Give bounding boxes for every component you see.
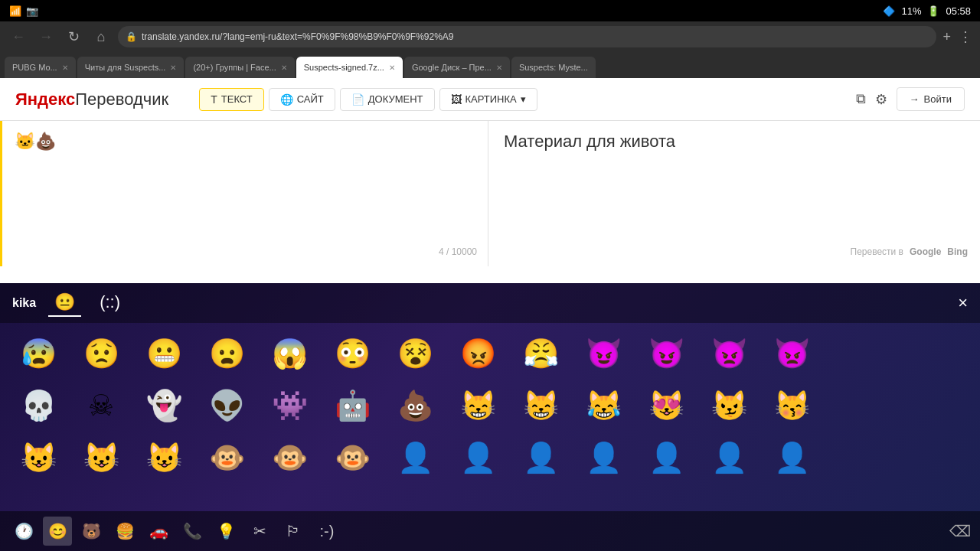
emoji-category-button[interactable]: 😊 (43, 517, 72, 546)
emoji-cat-tears[interactable]: 😹 (576, 383, 631, 429)
refresh-button[interactable]: ↻ (63, 28, 84, 45)
emoji-screaming[interactable]: 😱 (262, 331, 317, 377)
emoji-person-1[interactable]: 👤 (387, 435, 443, 481)
tab-4[interactable]: Google Диск – Пре... ✕ (404, 57, 510, 78)
tab-label: Suspects-signed.7z... (304, 63, 384, 72)
settings-button[interactable]: ⚙ (875, 91, 887, 108)
emoji-anguished[interactable]: 😦 (199, 331, 254, 377)
emoji-alien[interactable]: 👽 (199, 383, 254, 429)
tab-close-0[interactable]: ✕ (62, 64, 68, 72)
tab-0[interactable]: PUBG Mo... ✕ (5, 57, 76, 78)
address-bar[interactable]: 🔒 translate.yandex.ru/?lang=emj-ru&text=… (118, 26, 936, 47)
emoji-worried[interactable]: 😟 (74, 331, 129, 377)
emoji-nauseated[interactable]: 😰 (11, 331, 66, 377)
translate-via-label: Перевести в (851, 246, 903, 257)
food-button[interactable]: 🍔 (110, 517, 139, 546)
kaomoji-button[interactable]: :-) (312, 517, 341, 546)
tab-close-1[interactable]: ✕ (170, 64, 176, 72)
emoji-cat-ear-1[interactable]: 😺 (11, 435, 66, 481)
emoji-row-2: 💀 ☠ 👻 👽 👾 🤖 💩 😸 😸 😹 😻 😼 😽 (11, 383, 969, 429)
emoji-cat-grinning[interactable]: 😸 (450, 383, 505, 429)
nav-text[interactable]: T ТЕКСТ (199, 88, 264, 111)
login-button[interactable]: → Войти (897, 87, 965, 111)
kika-header: kika 😐 (::) × (0, 283, 980, 323)
emoji-row-1: 😰 😟 😬 😦 😱 😳 😵 😡 😤 😈 😈 👿 👿 (11, 331, 969, 377)
nav-image[interactable]: 🖼 КАРТИНКА ▾ (439, 88, 537, 111)
kika-keyboard: kika 😐 (::) × 😰 😟 😬 😦 😱 😳 😵 😡 😤 😈 😈 👿 👿 … (0, 283, 980, 551)
activities-button[interactable]: ✂ (245, 517, 274, 546)
emoji-person-7[interactable]: 👤 (764, 435, 819, 481)
kika-text-tab[interactable]: (::) (93, 289, 126, 317)
recent-button[interactable]: 🕐 (9, 517, 38, 546)
kika-close-button[interactable]: × (958, 293, 968, 313)
tab-2[interactable]: (20+) Группы | Face... ✕ (185, 57, 294, 78)
browser-content: Яндекс Переводчик T ТЕКСТ 🌐 САЙТ 📄 ДОКУМ… (0, 78, 980, 283)
emoji-ghost[interactable]: 👻 (136, 383, 191, 429)
emoji-cat-heart-eyes[interactable]: 😻 (639, 383, 694, 429)
text-icon: T (211, 93, 217, 106)
tab-1[interactable]: Читы для Suspects... ✕ (77, 57, 185, 78)
emoji-dizzy[interactable]: 😵 (387, 331, 443, 377)
emoji-person-2[interactable]: 👤 (450, 435, 505, 481)
header-right: ⧉ ⚙ → Войти (856, 87, 965, 111)
tab-close-2[interactable]: ✕ (281, 64, 287, 72)
emoji-cat-grinning-2[interactable]: 😸 (513, 383, 568, 429)
travel-button[interactable]: 🚗 (144, 517, 173, 546)
new-tab-button[interactable]: + (942, 29, 951, 45)
flags-button[interactable]: 🏳 (279, 517, 308, 546)
emoji-person-3[interactable]: 👤 (513, 435, 568, 481)
back-button[interactable]: ← (8, 29, 29, 45)
login-arrow-icon: → (910, 93, 920, 105)
more-menu-button[interactable]: ⋮ (959, 28, 972, 45)
emoji-pouting[interactable]: 😤 (513, 331, 568, 377)
emoji-space-invader[interactable]: 👾 (262, 383, 317, 429)
doc-icon: 📄 (351, 93, 364, 106)
emoji-cat-smirk[interactable]: 😼 (701, 383, 756, 429)
emoji-skull[interactable]: 💀 (11, 383, 66, 429)
home-button[interactable]: ⌂ (90, 29, 112, 45)
yt-nav: T ТЕКСТ 🌐 САЙТ 📄 ДОКУМЕНТ 🖼 КАРТИНКА ▾ (199, 88, 537, 111)
emoji-robot[interactable]: 🤖 (325, 383, 380, 429)
emoji-monkey-2[interactable]: 🐵 (262, 435, 317, 481)
browser-actions: + ⋮ (942, 28, 972, 45)
emoji-cat-ear-3[interactable]: 😺 (136, 435, 191, 481)
google-translate-link[interactable]: Google (910, 246, 941, 257)
nav-document[interactable]: 📄 ДОКУМЕНТ (340, 88, 435, 111)
copy-button[interactable]: ⧉ (856, 91, 866, 107)
emoji-smiling-devil-2[interactable]: 😈 (639, 331, 694, 377)
backspace-button[interactable]: ⌫ (949, 522, 971, 540)
tab-close-3[interactable]: ✕ (389, 64, 395, 72)
bluetooth-icon: 🔷 (883, 5, 895, 17)
sticker-button[interactable]: 🐻 (77, 517, 106, 546)
emoji-poop[interactable]: 💩 (387, 383, 443, 429)
emoji-cat-kiss[interactable]: 😽 (764, 383, 819, 429)
emoji-flushed[interactable]: 😳 (325, 331, 380, 377)
forward-button[interactable]: → (35, 29, 57, 45)
emoji-person-5[interactable]: 👤 (639, 435, 694, 481)
status-bar: 📶 📷 🔷 11% 🔋 05:58 (0, 0, 980, 21)
emoji-cat-ear-2[interactable]: 😺 (74, 435, 129, 481)
emoji-angry-devil-2[interactable]: 👿 (764, 331, 819, 377)
tab-label: Google Диск – Пре... (412, 63, 492, 72)
bing-translate-link[interactable]: Bing (947, 246, 968, 257)
emoji-grimace[interactable]: 😬 (136, 331, 191, 377)
emoji-monkey-3[interactable]: 🐵 (325, 435, 380, 481)
tab-close-4[interactable]: ✕ (496, 64, 502, 72)
emoji-monkey-1[interactable]: 🐵 (199, 435, 254, 481)
emoji-angry-devil[interactable]: 👿 (701, 331, 756, 377)
source-panel[interactable]: 🐱💩 4 / 10000 (0, 121, 488, 266)
tab-3[interactable]: Suspects-signed.7z... ✕ (296, 57, 403, 78)
emoji-grid: 😰 😟 😬 😦 😱 😳 😵 😡 😤 😈 😈 👿 👿 💀 ☠ 👻 👽 👾 🤖 💩 … (0, 323, 980, 488)
nav-site[interactable]: 🌐 САЙТ (269, 88, 335, 111)
emoji-person-6[interactable]: 👤 (701, 435, 756, 481)
emoji-crossbones[interactable]: ☠ (74, 383, 129, 429)
objects-button[interactable]: 📞 (178, 517, 207, 546)
emoji-angry[interactable]: 😡 (450, 331, 505, 377)
tab-5[interactable]: Suspects: Myste... (511, 57, 596, 78)
source-input[interactable]: 🐱💩 (15, 132, 475, 178)
wifi-icon: 📶 (9, 5, 21, 17)
emoji-person-4[interactable]: 👤 (576, 435, 631, 481)
emoji-smiling-devil[interactable]: 😈 (576, 331, 631, 377)
symbols-button[interactable]: 💡 (211, 517, 240, 546)
kika-emoji-tab[interactable]: 😐 (48, 289, 81, 317)
